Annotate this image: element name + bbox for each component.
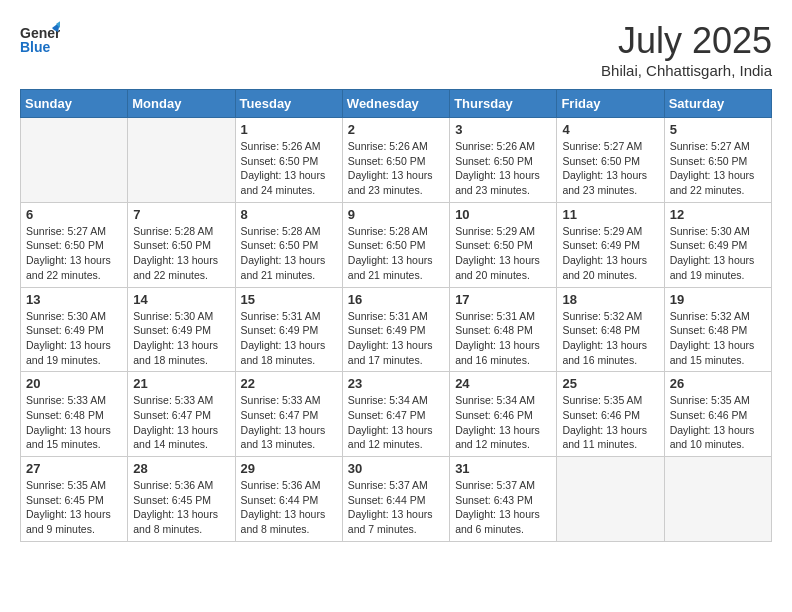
calendar-cell: 31Sunrise: 5:37 AM Sunset: 6:43 PM Dayli… (450, 457, 557, 542)
calendar-cell (21, 118, 128, 203)
day-info: Sunrise: 5:30 AM Sunset: 6:49 PM Dayligh… (26, 309, 122, 368)
title-block: July 2025 Bhilai, Chhattisgarh, India (601, 20, 772, 79)
day-number: 6 (26, 207, 122, 222)
calendar-cell: 20Sunrise: 5:33 AM Sunset: 6:48 PM Dayli… (21, 372, 128, 457)
day-info: Sunrise: 5:27 AM Sunset: 6:50 PM Dayligh… (26, 224, 122, 283)
calendar-cell: 1Sunrise: 5:26 AM Sunset: 6:50 PM Daylig… (235, 118, 342, 203)
day-info: Sunrise: 5:33 AM Sunset: 6:48 PM Dayligh… (26, 393, 122, 452)
day-number: 5 (670, 122, 766, 137)
calendar-cell: 19Sunrise: 5:32 AM Sunset: 6:48 PM Dayli… (664, 287, 771, 372)
day-number: 4 (562, 122, 658, 137)
day-info: Sunrise: 5:28 AM Sunset: 6:50 PM Dayligh… (348, 224, 444, 283)
day-info: Sunrise: 5:26 AM Sunset: 6:50 PM Dayligh… (241, 139, 337, 198)
day-info: Sunrise: 5:30 AM Sunset: 6:49 PM Dayligh… (133, 309, 229, 368)
day-number: 22 (241, 376, 337, 391)
day-number: 7 (133, 207, 229, 222)
calendar-cell: 5Sunrise: 5:27 AM Sunset: 6:50 PM Daylig… (664, 118, 771, 203)
calendar-cell: 3Sunrise: 5:26 AM Sunset: 6:50 PM Daylig… (450, 118, 557, 203)
calendar-cell: 16Sunrise: 5:31 AM Sunset: 6:49 PM Dayli… (342, 287, 449, 372)
day-info: Sunrise: 5:33 AM Sunset: 6:47 PM Dayligh… (133, 393, 229, 452)
day-info: Sunrise: 5:29 AM Sunset: 6:50 PM Dayligh… (455, 224, 551, 283)
day-number: 1 (241, 122, 337, 137)
day-info: Sunrise: 5:30 AM Sunset: 6:49 PM Dayligh… (670, 224, 766, 283)
calendar-week-1: 6Sunrise: 5:27 AM Sunset: 6:50 PM Daylig… (21, 202, 772, 287)
calendar-cell: 27Sunrise: 5:35 AM Sunset: 6:45 PM Dayli… (21, 457, 128, 542)
header-sunday: Sunday (21, 90, 128, 118)
page-header: General Blue July 2025 Bhilai, Chhattisg… (20, 20, 772, 79)
calendar-cell: 14Sunrise: 5:30 AM Sunset: 6:49 PM Dayli… (128, 287, 235, 372)
day-info: Sunrise: 5:37 AM Sunset: 6:44 PM Dayligh… (348, 478, 444, 537)
calendar-cell: 11Sunrise: 5:29 AM Sunset: 6:49 PM Dayli… (557, 202, 664, 287)
day-number: 18 (562, 292, 658, 307)
day-info: Sunrise: 5:31 AM Sunset: 6:48 PM Dayligh… (455, 309, 551, 368)
calendar-cell: 29Sunrise: 5:36 AM Sunset: 6:44 PM Dayli… (235, 457, 342, 542)
calendar-cell (557, 457, 664, 542)
calendar-cell: 22Sunrise: 5:33 AM Sunset: 6:47 PM Dayli… (235, 372, 342, 457)
day-info: Sunrise: 5:35 AM Sunset: 6:45 PM Dayligh… (26, 478, 122, 537)
day-number: 26 (670, 376, 766, 391)
header-tuesday: Tuesday (235, 90, 342, 118)
day-info: Sunrise: 5:32 AM Sunset: 6:48 PM Dayligh… (670, 309, 766, 368)
day-info: Sunrise: 5:37 AM Sunset: 6:43 PM Dayligh… (455, 478, 551, 537)
day-number: 14 (133, 292, 229, 307)
day-info: Sunrise: 5:32 AM Sunset: 6:48 PM Dayligh… (562, 309, 658, 368)
day-number: 30 (348, 461, 444, 476)
day-info: Sunrise: 5:36 AM Sunset: 6:44 PM Dayligh… (241, 478, 337, 537)
day-number: 15 (241, 292, 337, 307)
calendar-cell: 2Sunrise: 5:26 AM Sunset: 6:50 PM Daylig… (342, 118, 449, 203)
calendar-week-3: 20Sunrise: 5:33 AM Sunset: 6:48 PM Dayli… (21, 372, 772, 457)
calendar-cell: 15Sunrise: 5:31 AM Sunset: 6:49 PM Dayli… (235, 287, 342, 372)
calendar-cell: 25Sunrise: 5:35 AM Sunset: 6:46 PM Dayli… (557, 372, 664, 457)
day-info: Sunrise: 5:35 AM Sunset: 6:46 PM Dayligh… (562, 393, 658, 452)
calendar-cell: 28Sunrise: 5:36 AM Sunset: 6:45 PM Dayli… (128, 457, 235, 542)
calendar-cell: 10Sunrise: 5:29 AM Sunset: 6:50 PM Dayli… (450, 202, 557, 287)
calendar-header-row: SundayMondayTuesdayWednesdayThursdayFrid… (21, 90, 772, 118)
day-info: Sunrise: 5:26 AM Sunset: 6:50 PM Dayligh… (348, 139, 444, 198)
svg-text:Blue: Blue (20, 39, 51, 55)
calendar-cell: 9Sunrise: 5:28 AM Sunset: 6:50 PM Daylig… (342, 202, 449, 287)
day-number: 16 (348, 292, 444, 307)
calendar-week-0: 1Sunrise: 5:26 AM Sunset: 6:50 PM Daylig… (21, 118, 772, 203)
month-title: July 2025 (601, 20, 772, 62)
day-info: Sunrise: 5:27 AM Sunset: 6:50 PM Dayligh… (562, 139, 658, 198)
day-number: 24 (455, 376, 551, 391)
day-info: Sunrise: 5:33 AM Sunset: 6:47 PM Dayligh… (241, 393, 337, 452)
calendar-table: SundayMondayTuesdayWednesdayThursdayFrid… (20, 89, 772, 542)
day-info: Sunrise: 5:29 AM Sunset: 6:49 PM Dayligh… (562, 224, 658, 283)
day-number: 28 (133, 461, 229, 476)
day-info: Sunrise: 5:26 AM Sunset: 6:50 PM Dayligh… (455, 139, 551, 198)
calendar-cell: 24Sunrise: 5:34 AM Sunset: 6:46 PM Dayli… (450, 372, 557, 457)
day-info: Sunrise: 5:27 AM Sunset: 6:50 PM Dayligh… (670, 139, 766, 198)
header-monday: Monday (128, 90, 235, 118)
logo-icon: General Blue (20, 20, 60, 60)
logo: General Blue (20, 20, 60, 60)
day-number: 12 (670, 207, 766, 222)
day-number: 9 (348, 207, 444, 222)
day-info: Sunrise: 5:36 AM Sunset: 6:45 PM Dayligh… (133, 478, 229, 537)
calendar-cell: 12Sunrise: 5:30 AM Sunset: 6:49 PM Dayli… (664, 202, 771, 287)
calendar-cell: 7Sunrise: 5:28 AM Sunset: 6:50 PM Daylig… (128, 202, 235, 287)
header-friday: Friday (557, 90, 664, 118)
location-subtitle: Bhilai, Chhattisgarh, India (601, 62, 772, 79)
day-number: 27 (26, 461, 122, 476)
day-info: Sunrise: 5:31 AM Sunset: 6:49 PM Dayligh… (241, 309, 337, 368)
day-info: Sunrise: 5:34 AM Sunset: 6:47 PM Dayligh… (348, 393, 444, 452)
calendar-cell: 18Sunrise: 5:32 AM Sunset: 6:48 PM Dayli… (557, 287, 664, 372)
calendar-cell: 30Sunrise: 5:37 AM Sunset: 6:44 PM Dayli… (342, 457, 449, 542)
day-number: 11 (562, 207, 658, 222)
calendar-cell (128, 118, 235, 203)
calendar-week-4: 27Sunrise: 5:35 AM Sunset: 6:45 PM Dayli… (21, 457, 772, 542)
day-number: 13 (26, 292, 122, 307)
day-number: 23 (348, 376, 444, 391)
calendar-cell: 23Sunrise: 5:34 AM Sunset: 6:47 PM Dayli… (342, 372, 449, 457)
calendar-cell: 6Sunrise: 5:27 AM Sunset: 6:50 PM Daylig… (21, 202, 128, 287)
day-info: Sunrise: 5:34 AM Sunset: 6:46 PM Dayligh… (455, 393, 551, 452)
calendar-week-2: 13Sunrise: 5:30 AM Sunset: 6:49 PM Dayli… (21, 287, 772, 372)
calendar-cell: 13Sunrise: 5:30 AM Sunset: 6:49 PM Dayli… (21, 287, 128, 372)
calendar-cell: 17Sunrise: 5:31 AM Sunset: 6:48 PM Dayli… (450, 287, 557, 372)
day-info: Sunrise: 5:35 AM Sunset: 6:46 PM Dayligh… (670, 393, 766, 452)
header-saturday: Saturday (664, 90, 771, 118)
day-number: 25 (562, 376, 658, 391)
day-number: 10 (455, 207, 551, 222)
day-number: 29 (241, 461, 337, 476)
